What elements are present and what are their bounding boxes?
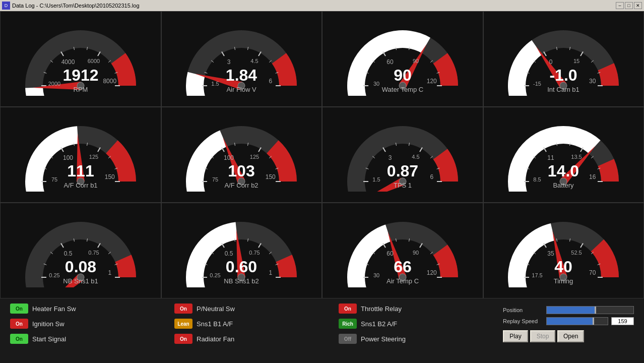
svg-text:2000: 2000 [48,81,60,87]
svg-text:A/F Corr b1: A/F Corr b1 [63,182,97,189]
svg-text:A/F Corr b2: A/F Corr b2 [225,182,259,189]
svg-text:1.84: 1.84 [226,66,257,84]
svg-text:3: 3 [388,154,392,161]
svg-text:6: 6 [430,173,433,180]
svg-text:4000: 4000 [61,58,75,65]
status-label: Power Steering [361,335,406,343]
gauge-afcorr1: 50 150 100 75 125 111 A/F Corr b1 [0,107,161,203]
play-button[interactable]: Play [503,330,528,342]
svg-text:75: 75 [212,176,218,183]
status-label: Radiator Fan [197,335,234,343]
gauge-intcam: -30 30 0 -15 15 -1.0 Int Cam b1 [483,11,645,107]
svg-text:111: 111 [67,162,94,180]
svg-text:4.5: 4.5 [412,153,419,159]
status-label: Throttle Relay [361,305,402,313]
status-item: OffPower Steering [339,334,503,344]
svg-text:6: 6 [269,77,273,84]
svg-text:1.5: 1.5 [212,81,219,87]
svg-text:0.25: 0.25 [210,272,221,278]
speed-label: Replay Speed [503,318,543,324]
status-led: On [10,319,28,329]
status-item: RichSns1 B2 A/F [339,319,503,329]
status-col-2: OnThrottle RelayRichSns1 B2 A/FOffPower … [339,304,503,344]
status-label: Ignition Sw [32,320,65,328]
status-item: LeanSns1 B1 A/F [174,319,339,329]
position-thumb [595,307,596,314]
svg-text:1: 1 [269,269,273,276]
speed-row: Replay Speed 159 [503,317,634,325]
svg-text:100: 100 [224,154,234,161]
svg-text:35: 35 [548,250,555,257]
status-led: On [174,334,192,344]
gauges-grid: 0 8000 4000 2000 6000 1912 RPM 0 6 3 1.5… [0,11,644,298]
status-item: OnP/Neutral Sw [174,304,339,314]
status-label: Sns1 B2 A/F [361,320,397,328]
svg-text:NB Sns1 b1: NB Sns1 b1 [63,277,98,285]
svg-text:Int Cam b1: Int Cam b1 [547,86,579,93]
svg-text:0.60: 0.60 [226,258,257,276]
svg-text:14.0: 14.0 [548,162,579,180]
position-fill [547,307,595,314]
window-title: Data Log - C:\Users\Tom\Desktop\20105202… [12,3,616,9]
svg-text:0.5: 0.5 [225,250,233,257]
svg-text:120: 120 [427,77,437,84]
open-button[interactable]: Open [557,330,584,342]
speed-track[interactable] [546,317,608,325]
status-led: Rich [339,319,357,329]
svg-text:125: 125 [250,153,259,159]
svg-text:0.87: 0.87 [387,162,418,180]
svg-text:Air Flow V: Air Flow V [227,86,257,93]
close-button[interactable]: ✕ [634,2,642,9]
status-item: OnRadiator Fan [174,334,339,344]
status-label: Heater Fan Sw [32,305,76,313]
svg-text:-15: -15 [533,81,541,87]
status-led: On [174,304,192,314]
replay-buttons: Play Stop Open [503,330,634,342]
svg-text:66: 66 [394,258,412,276]
status-label: Sns1 B1 A/F [197,320,233,328]
svg-text:0.75: 0.75 [249,249,260,255]
svg-text:NB Sns1 b2: NB Sns1 b2 [224,277,259,285]
svg-text:6000: 6000 [88,57,100,64]
svg-text:-1.0: -1.0 [550,66,577,84]
status-bar: OnHeater Fan SwOnIgnition SwOnStart Sign… [0,298,644,363]
svg-text:1: 1 [108,269,111,276]
stop-button[interactable]: Stop [530,330,555,342]
svg-text:60: 60 [387,250,394,257]
svg-text:60: 60 [387,58,394,65]
svg-text:150: 150 [105,173,115,180]
svg-text:8.5: 8.5 [534,176,541,183]
svg-text:16: 16 [589,173,596,180]
position-track[interactable] [546,306,634,314]
minimize-button[interactable]: – [616,2,624,9]
status-led: On [10,304,28,314]
gauge-airflow: 0 6 3 1.5 4.5 1.84 Air Flow V [161,11,323,107]
status-led: On [339,304,357,314]
svg-text:Timing: Timing [554,277,573,285]
maximize-button[interactable]: □ [625,2,633,9]
svg-text:0.75: 0.75 [88,249,99,255]
status-led: Lean [174,319,192,329]
status-item: OnHeater Fan Sw [10,304,174,314]
svg-text:0: 0 [549,58,553,65]
title-bar: D Data Log - C:\Users\Tom\Desktop\201052… [0,0,644,11]
svg-text:0.08: 0.08 [65,258,96,276]
svg-text:3: 3 [227,58,231,65]
app-icon: D [2,2,10,10]
svg-text:8000: 8000 [103,77,116,84]
svg-text:90: 90 [413,57,419,64]
gauge-afcorr2: 50 150 100 75 125 103 A/F Corr b2 [161,107,323,203]
svg-text:125: 125 [89,153,98,159]
gauge-tps1: 0 6 3 1.5 4.5 0.87 TPS 1 [322,107,483,203]
speed-value: 159 [611,317,634,325]
svg-text:40: 40 [554,258,572,276]
svg-text:17.5: 17.5 [532,272,543,278]
gauge-watertemp: 0 120 60 30 90 90 Water Temp C [322,11,483,107]
window-controls: – □ ✕ [616,2,642,9]
status-label: P/Neutral Sw [197,305,235,313]
status-item: OnThrottle Relay [339,304,503,314]
gauge-battery: 6 16 11 8.5 13.5 14.0 Battery [483,107,645,203]
svg-text:1.5: 1.5 [372,176,380,183]
status-col-1: OnP/Neutral SwLeanSns1 B1 A/FOnRadiator … [174,304,339,344]
svg-text:30: 30 [373,272,379,278]
